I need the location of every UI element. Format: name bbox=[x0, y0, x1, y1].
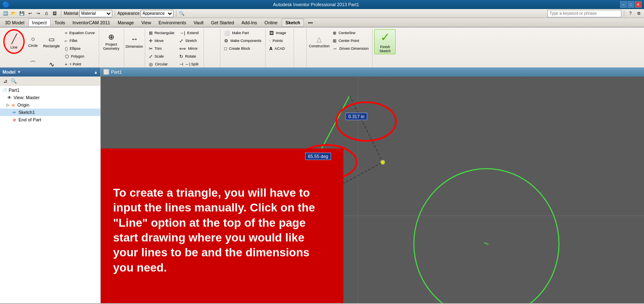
rectangle-button[interactable]: ▭ Rectangle bbox=[41, 29, 62, 54]
modify-col: ⬜ Make Part ⚙ Make Components □ Create B… bbox=[222, 29, 264, 52]
circular-label: Circular bbox=[155, 62, 168, 66]
sidebar-title: Model bbox=[2, 70, 16, 74]
tree-item-view-master[interactable]: 👁 View: Master bbox=[0, 94, 100, 101]
center-point-icon: ⊞ bbox=[333, 38, 336, 44]
tree-item-part1[interactable]: 📄 Part1 bbox=[0, 86, 100, 94]
line-button[interactable]: ╱ Line bbox=[3, 29, 25, 54]
ellipse-button[interactable]: ⬯ Ellipse bbox=[63, 45, 97, 52]
canvas-titlebar: ⬜ Part1 bbox=[101, 67, 644, 77]
ellipse-icon: ⬯ bbox=[65, 46, 68, 51]
sidebar-search-button[interactable]: 🔍 bbox=[10, 77, 17, 85]
canvas-tab-title: Part1 bbox=[111, 70, 122, 74]
make-part-label: Make Part bbox=[232, 31, 249, 35]
points-icon: · bbox=[269, 38, 271, 43]
search-icon: 🔍 bbox=[179, 11, 185, 16]
tree-item-origin[interactable]: ▷ ⊕ Origin bbox=[0, 101, 100, 109]
points-button[interactable]: · Points bbox=[267, 37, 292, 44]
save-button[interactable]: 💾 bbox=[18, 10, 25, 17]
menu-getstarted[interactable]: Get Started bbox=[208, 19, 237, 27]
polygon-label: Polygon bbox=[71, 54, 85, 58]
dimension-icon: ↔ bbox=[131, 35, 138, 44]
minimize-button[interactable]: ─ bbox=[620, 1, 627, 8]
center-point-button[interactable]: ⊞ Center Point bbox=[331, 37, 371, 44]
menu-manage[interactable]: Manage bbox=[114, 19, 137, 27]
redo-button[interactable]: ↪ bbox=[35, 10, 42, 17]
menu-tools[interactable]: Tools bbox=[51, 19, 69, 27]
print-button[interactable]: ⎙ bbox=[43, 10, 50, 17]
rectangular-button[interactable]: ⊞ Rectangular bbox=[147, 29, 177, 37]
trim-label: Trim bbox=[155, 46, 162, 51]
separator1 bbox=[61, 10, 61, 17]
equation-curve-label: Equation Curve bbox=[69, 31, 95, 35]
sidebar-toolbar: ⊿ 🔍 bbox=[0, 77, 100, 86]
driven-dimension-button[interactable]: ↔ Driven Dimension bbox=[331, 45, 371, 52]
center-point-label: Center Point bbox=[338, 39, 359, 43]
split-button[interactable]: ⊣ ─ | Split bbox=[177, 60, 202, 68]
menu-environments[interactable]: Environments bbox=[155, 19, 189, 27]
new-button[interactable]: 🆕 bbox=[2, 10, 9, 17]
view-icon: 👁 bbox=[7, 95, 12, 100]
material-select[interactable]: Material bbox=[79, 10, 112, 17]
centerline-button[interactable]: ⊕ Centerline bbox=[331, 29, 371, 37]
construction-icon: △ bbox=[317, 35, 322, 43]
equation-curve-button[interactable]: ≈ Equation Curve bbox=[63, 29, 97, 37]
appearance-button[interactable]: 🖼 bbox=[51, 10, 58, 17]
menu-inventorcam[interactable]: InventorCAM 2011 bbox=[69, 19, 114, 27]
project-geometry-button[interactable]: ⊕ ProjectGeometry bbox=[101, 29, 122, 54]
make-part-button[interactable]: ⬜ Make Part bbox=[222, 29, 264, 37]
dimension-button[interactable]: ↔ Dimension bbox=[126, 29, 143, 54]
sidebar-filter-button[interactable]: ⊿ bbox=[2, 77, 9, 85]
stretch-button[interactable]: ⤢ Stretch bbox=[177, 37, 202, 44]
circle-button[interactable]: ○ Circle bbox=[25, 29, 40, 54]
mirror-icon: ⟺ bbox=[179, 46, 186, 51]
canvas-area: ⬜ Part1 bbox=[101, 67, 644, 303]
menu-sketch[interactable]: Sketch bbox=[282, 19, 304, 27]
image-button[interactable]: 🖼 Image bbox=[267, 29, 292, 37]
fillet-button[interactable]: ⌐ Fillet bbox=[63, 37, 97, 44]
rectangular-label: Rectangular bbox=[155, 31, 175, 35]
move-button[interactable]: ✛ Move bbox=[147, 37, 177, 44]
help-button[interactable]: ? bbox=[627, 10, 634, 17]
trim-button[interactable]: ✂ Trim bbox=[147, 45, 177, 52]
maximize-button[interactable]: □ bbox=[628, 1, 634, 8]
tree-item-origin-label: Origin bbox=[17, 102, 29, 107]
appearance-select[interactable]: Appearance bbox=[141, 10, 174, 17]
tree-item-sketch1[interactable]: ✏ Sketch1 bbox=[0, 109, 100, 116]
window-controls[interactable]: ─ □ ✕ bbox=[620, 1, 642, 8]
create-block-button[interactable]: □ Create Block bbox=[222, 45, 264, 52]
close-button[interactable]: ✕ bbox=[635, 1, 642, 8]
menu-online[interactable]: Online bbox=[261, 19, 281, 27]
polygon-button[interactable]: ⬡ Polygon bbox=[63, 53, 97, 60]
settings-button[interactable]: ⚙ bbox=[635, 10, 642, 17]
construction-button[interactable]: △ Construction bbox=[308, 29, 330, 54]
scale-button[interactable]: ⤢ Scale bbox=[147, 53, 177, 60]
tree-expand-origin[interactable]: ▷ bbox=[7, 103, 9, 107]
menu-inspect[interactable]: Inspect bbox=[28, 19, 50, 27]
menu-more[interactable]: ••• bbox=[305, 19, 316, 27]
finish-sketch-button[interactable]: ✓ FinishSketch bbox=[374, 29, 396, 54]
tree-item-endofpart[interactable]: ⊘ End of Part bbox=[0, 116, 100, 123]
menu-addins[interactable]: Add-Ins bbox=[238, 19, 260, 27]
tree-item-sketch1-label: Sketch1 bbox=[19, 110, 35, 115]
menu-view[interactable]: View bbox=[138, 19, 155, 27]
point-button[interactable]: + + Point bbox=[63, 60, 97, 68]
make-components-button[interactable]: ⚙ Make Components bbox=[222, 37, 264, 44]
circular-button[interactable]: ◎ Circular bbox=[147, 60, 177, 68]
extend-button[interactable]: →| Extend bbox=[177, 29, 202, 37]
sidebar-dropdown-icon[interactable]: ▼ bbox=[17, 70, 21, 74]
dimension-label: Dimension bbox=[125, 44, 143, 49]
canvas-viewport[interactable]: 0.317 in 65.55 deg To create a triangle,… bbox=[101, 77, 644, 303]
sidebar-collapse-button[interactable]: ▲ bbox=[94, 70, 98, 74]
open-button[interactable]: 📂 bbox=[10, 10, 17, 17]
acad-button[interactable]: A ACAD bbox=[267, 45, 292, 52]
search-input[interactable] bbox=[547, 10, 621, 17]
tree-item-part1-label: Part1 bbox=[9, 88, 19, 93]
mirror-button[interactable]: ⟺ Mirror bbox=[177, 45, 202, 52]
undo-button[interactable]: ↩ bbox=[26, 10, 34, 17]
rotate-button[interactable]: ↻ Rotate bbox=[177, 53, 202, 60]
menu-3dmodel[interactable]: 3D Model bbox=[2, 19, 28, 27]
model-tree: 📄 Part1 👁 View: Master ▷ ⊕ Origin ✏ Sket… bbox=[0, 86, 100, 303]
menu-vault[interactable]: Vault bbox=[190, 19, 207, 27]
acad-icon: A bbox=[269, 46, 273, 51]
fillet-icon: ⌐ bbox=[65, 38, 67, 43]
